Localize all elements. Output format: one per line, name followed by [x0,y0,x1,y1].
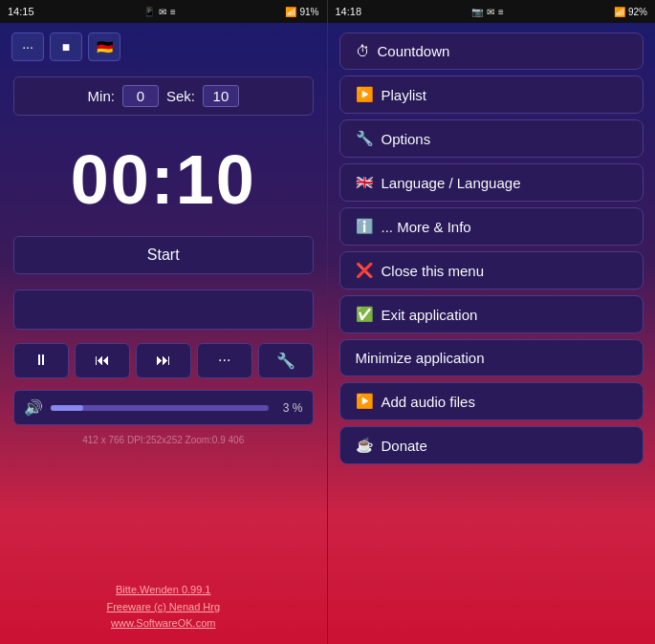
timer-display: 00:10 [0,123,327,228]
countdown-label: Countdown [378,43,450,59]
menu-item-donate[interactable]: ☕Donate [339,426,644,464]
language-icon: 🇬🇧 [356,174,374,191]
minimize-label: Minimize application [356,350,485,366]
volume-row: 🔊 3 % [13,390,314,425]
footer-line1[interactable]: Bitte.Wenden 0.99.1 [0,582,327,599]
pause-btn[interactable]: ⏸ [13,343,69,378]
close-menu-label: Close this menu [382,263,485,279]
start-button[interactable]: Start [13,236,314,274]
next-btn[interactable]: ⏭ [136,343,191,378]
add-audio-icon: ▶️ [356,393,374,410]
toolbar-menu-btn[interactable]: ··· [11,32,44,61]
left-status-icons: 📱✉≡ [143,7,176,17]
menu-item-add-audio[interactable]: ▶️Add audio files [339,382,644,420]
donate-icon: ☕ [356,437,374,454]
menu-item-exit[interactable]: ✅Exit application [339,295,644,333]
prev-btn[interactable]: ⏮ [75,343,130,378]
playlist-label: Playlist [382,87,427,103]
info-text: 412 x 766 DPI:252x252 Zoom:0.9 406 [13,435,314,445]
toolbar: ··· ■ 🇩🇪 [0,23,327,69]
donate-label: Donate [382,438,427,454]
min-input[interactable]: 0 [122,85,159,107]
menu-item-close-menu[interactable]: ❌Close this menu [339,251,644,290]
footer-line2[interactable]: Freeware (c) Nenad Hrg [0,599,327,616]
playlist-icon: ▶️ [356,86,374,103]
menu-item-minimize[interactable]: Minimize application [339,339,644,376]
countdown-icon: ⏱ [356,43,370,59]
right-time: 14:18 [336,6,362,17]
right-panel: 14:18 📷✉≡ 📶 92% ⏱Countdown▶️Playlist🔧Opt… [328,0,656,644]
options-icon: 🔧 [356,130,374,147]
menu-list: ⏱Countdown▶️Playlist🔧Options🇬🇧Language /… [328,23,656,644]
toolbar-square-btn[interactable]: ■ [50,32,82,61]
add-audio-label: Add audio files [382,394,475,410]
left-time: 14:15 [8,6,34,17]
sek-input[interactable]: 10 [203,85,239,107]
close-menu-icon: ❌ [356,262,374,279]
menu-item-language[interactable]: 🇬🇧Language / Language [339,163,644,202]
playlist-row [13,290,314,330]
left-battery: 📶 91% [285,7,318,17]
volume-icon: 🔊 [24,398,43,417]
settings-btn[interactable]: 🔧 [258,343,314,378]
more-info-icon: ℹ️ [356,218,374,235]
menu-item-more-info[interactable]: ℹ️... More & Info [339,207,644,246]
footer-line3[interactable]: www.SoftwareOK.com [0,615,327,633]
exit-icon: ✅ [356,306,374,323]
controls-row: ⏸ ⏮ ⏭ ··· 🔧 [13,343,314,378]
menu-item-countdown[interactable]: ⏱Countdown [339,32,644,70]
options-label: Options [382,131,431,147]
sek-label: Sek: [166,88,195,104]
volume-slider[interactable] [51,405,269,411]
toolbar-flag-btn[interactable]: 🇩🇪 [88,32,120,61]
more-info-label: ... More & Info [382,219,471,235]
timer-input-row: Min: 0 Sek: 10 [13,76,314,116]
right-battery: 📶 92% [614,7,647,17]
footer-links: Bitte.Wenden 0.99.1 Freeware (c) Nenad H… [0,582,327,633]
language-label: Language / Language [382,175,521,191]
volume-fill [51,405,83,411]
exit-label: Exit application [382,307,478,323]
min-label: Min: [88,88,115,104]
volume-percent: 3 % [276,401,303,415]
right-status-bar: 14:18 📷✉≡ 📶 92% [328,0,656,23]
right-status-icons: 📷✉≡ [471,7,504,17]
more-btn[interactable]: ··· [197,343,252,378]
menu-item-playlist[interactable]: ▶️Playlist [339,75,644,114]
left-status-bar: 14:15 📱✉≡ 📶 91% [0,0,327,23]
menu-item-options[interactable]: 🔧Options [339,119,644,158]
left-panel: 14:15 📱✉≡ 📶 91% ··· ■ 🇩🇪 Min: 0 Sek: 10 … [0,0,327,644]
